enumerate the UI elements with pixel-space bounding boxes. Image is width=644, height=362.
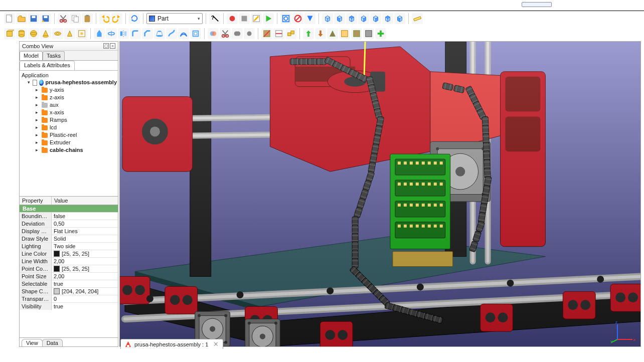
view-bottom-button[interactable] <box>382 13 393 24</box>
property-row[interactable]: Line Color [25, 25, 25] <box>20 250 118 257</box>
open-file-button[interactable] <box>16 13 27 24</box>
section-button[interactable] <box>261 28 272 39</box>
misc1-button[interactable] <box>339 28 350 39</box>
property-row[interactable]: Line Width 2,00 <box>20 257 118 265</box>
copy-button[interactable] <box>70 13 81 24</box>
refresh-button[interactable] <box>129 13 140 24</box>
tree-item[interactable]: ▸ y-axis <box>20 86 118 94</box>
tree-expand-icon[interactable]: ▸ <box>36 86 40 94</box>
cut-button[interactable] <box>58 13 69 24</box>
macro-run-button[interactable] <box>263 13 274 24</box>
offset-button[interactable] <box>178 28 189 39</box>
tree-item[interactable]: ▸ x-axis <box>20 109 118 116</box>
labels-attributes-tab[interactable]: Labels & Attributes <box>20 61 75 70</box>
property-editor[interactable]: BaseBoundin… falseDeviation 0,50Display … <box>20 205 118 337</box>
misc3-button[interactable] <box>363 28 374 39</box>
redo-button[interactable] <box>111 13 122 24</box>
tree-item[interactable]: ▸ aux <box>20 101 118 109</box>
tree-expand-icon[interactable]: ▸ <box>36 116 40 124</box>
tree-expand-icon[interactable]: ▸ <box>36 101 40 109</box>
property-row[interactable]: Point Co… [25, 25, 25] <box>20 265 118 272</box>
misc2-button[interactable] <box>351 28 362 39</box>
tree-item[interactable]: ▸ lcd <box>20 124 118 131</box>
part-torus-button[interactable] <box>52 28 63 39</box>
mirror-button[interactable] <box>118 28 129 39</box>
view-front-button[interactable] <box>334 13 345 24</box>
common-button[interactable] <box>244 28 255 39</box>
part-cylinder-button[interactable] <box>16 28 27 39</box>
tree-item[interactable]: ▸ Plastic-reel <box>20 131 118 139</box>
property-tab-data[interactable]: Data <box>42 339 63 346</box>
fuse-button[interactable] <box>232 28 243 39</box>
property-row[interactable]: Boundin… false <box>20 212 118 220</box>
revolve-button[interactable] <box>106 28 117 39</box>
tree-expand-icon[interactable]: ▸ <box>36 94 40 101</box>
whats-this-button[interactable]: ? <box>209 13 220 24</box>
macro-stop-button[interactable] <box>239 13 250 24</box>
tree-item[interactable]: ▸ z-axis <box>20 94 118 101</box>
tree-document[interactable]: ▾ prusa-hephestos-assembly <box>20 79 118 86</box>
fit-all-button[interactable] <box>280 13 291 24</box>
tree-collapse-icon[interactable]: ▾ <box>28 79 31 86</box>
loft-button[interactable] <box>154 28 165 39</box>
import-button[interactable] <box>303 28 314 39</box>
draft-button[interactable] <box>327 28 338 39</box>
document-tab[interactable]: prusa-hephestos-assembly : 1 ✕ <box>120 339 223 349</box>
part-prism-button[interactable] <box>64 28 75 39</box>
boolean-button[interactable] <box>208 28 219 39</box>
tree-item[interactable]: ▸ Extruder <box>20 139 118 146</box>
drop-button[interactable] <box>304 13 315 24</box>
property-row[interactable]: Visibility true <box>20 302 118 310</box>
property-row[interactable]: Deviation 0,50 <box>20 220 118 227</box>
cross-button[interactable] <box>273 28 284 39</box>
property-row[interactable]: Point Size 2,00 <box>20 272 118 280</box>
macro-record-button[interactable] <box>227 13 238 24</box>
workbench-selector[interactable]: Part▾ <box>146 13 203 24</box>
tree-expand-icon[interactable]: ▸ <box>36 139 40 146</box>
new-file-button[interactable] <box>4 13 15 24</box>
add-button[interactable] <box>375 28 386 39</box>
compound-button[interactable] <box>285 28 296 39</box>
view-iso-button[interactable] <box>322 13 333 24</box>
sweep-button[interactable] <box>166 28 177 39</box>
tree-expand-icon[interactable]: ▸ <box>36 124 40 131</box>
save-as-file-button[interactable] <box>40 13 51 24</box>
tree-item[interactable]: ▸ cable-chains <box>20 146 118 154</box>
close-icon[interactable]: ✕ <box>213 340 219 348</box>
paste-button[interactable] <box>82 13 93 24</box>
fillet-button[interactable] <box>130 28 141 39</box>
part-cone-button[interactable] <box>40 28 51 39</box>
view-rear-button[interactable] <box>370 13 381 24</box>
part-box-button[interactable] <box>4 28 15 39</box>
tree-item[interactable]: ▸ Ramps <box>20 116 118 124</box>
property-row[interactable]: Display … Flat Lines <box>20 227 118 235</box>
extrude-button[interactable] <box>94 28 105 39</box>
export-button[interactable] <box>315 28 326 39</box>
property-tab-view[interactable]: View <box>22 339 43 346</box>
tree-expand-icon[interactable]: ▸ <box>36 131 40 139</box>
combo-tab-model[interactable]: Model <box>20 51 43 60</box>
property-row[interactable]: Shape C… [204, 204, 204] <box>20 287 118 295</box>
part-builder-button[interactable] <box>76 28 87 39</box>
tree-expand-icon[interactable]: ▸ <box>36 109 40 116</box>
measure-button[interactable] <box>412 13 423 24</box>
view-top-button[interactable] <box>346 13 357 24</box>
panel-close-icon[interactable]: × <box>110 43 115 49</box>
property-row[interactable]: Selectable true <box>20 280 118 287</box>
save-file-button[interactable] <box>28 13 39 24</box>
undo-button[interactable] <box>99 13 110 24</box>
macro-edit-button[interactable] <box>251 13 262 24</box>
panel-float-icon[interactable]: ▢ <box>103 43 109 49</box>
part-sphere-button[interactable] <box>28 28 39 39</box>
cut-button[interactable] <box>220 28 231 39</box>
chamfer-button[interactable] <box>142 28 153 39</box>
model-tree[interactable]: Application ▾ prusa-hephestos-assembly ▸… <box>20 71 118 196</box>
3d-viewport[interactable]: x z y <box>119 41 641 347</box>
cancel-button[interactable] <box>292 13 303 24</box>
view-left-button[interactable] <box>394 13 405 24</box>
property-row[interactable]: Lighting Two side <box>20 242 118 250</box>
combo-tab-tasks[interactable]: Tasks <box>43 51 65 60</box>
tree-expand-icon[interactable]: ▸ <box>36 146 40 154</box>
property-row[interactable]: Transpar… 0 <box>20 295 118 302</box>
property-row[interactable]: Draw Style Solid <box>20 235 118 242</box>
